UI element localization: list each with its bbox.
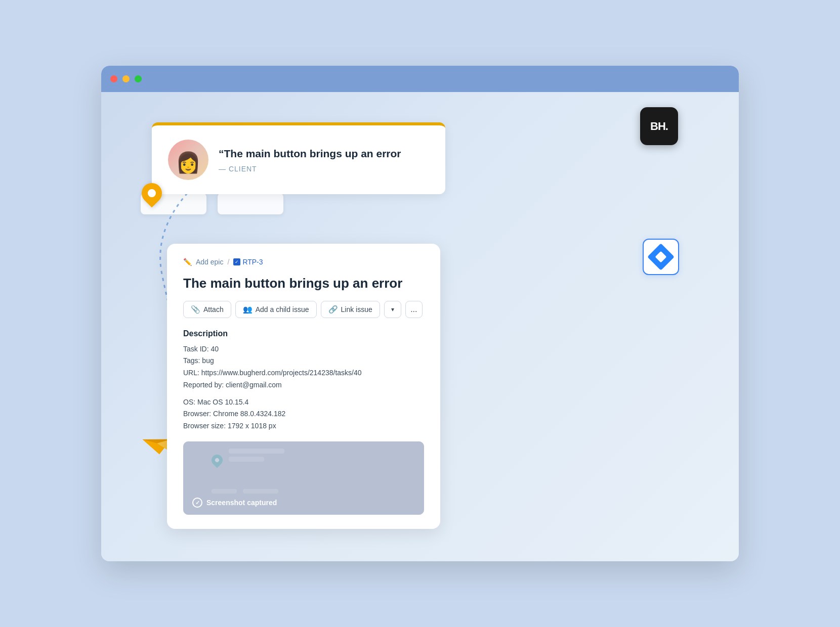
attach-button[interactable]: 📎 Attach	[183, 301, 231, 318]
browser-titlebar	[101, 66, 739, 92]
traffic-light-red[interactable]	[110, 75, 117, 82]
paperclip-icon: 📎	[191, 305, 200, 314]
url-value: URL: https://www.bugherd.com/projects/21…	[183, 369, 362, 377]
url-line: URL: https://www.bugherd.com/projects/21…	[183, 367, 424, 379]
link-issue-label: Link issue	[341, 305, 372, 314]
quote-text: “The main button brings up an error	[219, 147, 429, 160]
screenshot-overlay: ✓ Screenshot captured	[183, 441, 424, 515]
link-issue-button[interactable]: 🔗 Link issue	[321, 301, 380, 318]
location-pin-area	[142, 183, 162, 207]
checkbox-icon: ✓	[233, 258, 240, 265]
chevron-button[interactable]: ▾	[384, 301, 401, 318]
screenshot-preview: ✓ Screenshot captured	[183, 441, 424, 515]
description-heading: Description	[183, 329, 424, 338]
issue-id-label: RTP-3	[242, 258, 263, 266]
jira-diamond-icon	[647, 243, 675, 271]
task-id-line: Task ID: 40	[183, 343, 424, 355]
bugherd-logo: BH.	[640, 107, 678, 145]
quote-text-block: “The main button brings up an error — CL…	[219, 147, 429, 172]
browser-size-line: Browser size: 1792 x 1018 px	[183, 420, 424, 432]
issue-actions: 📎 Attach 👥 Add a child issue 🔗 Link issu…	[183, 301, 424, 318]
more-options-button[interactable]: ...	[405, 301, 423, 318]
add-epic-label[interactable]: Add epic	[196, 258, 223, 266]
quote-card: 👩 “The main button brings up an error — …	[152, 122, 445, 194]
check-circle-icon: ✓	[192, 498, 202, 508]
os-line: OS: Mac OS 10.15.4	[183, 396, 424, 409]
screenshot-caption-text: Screenshot captured	[206, 499, 277, 507]
traffic-light-green[interactable]	[135, 75, 142, 82]
jira-logo	[643, 239, 679, 275]
breadcrumb-issue-id[interactable]: ✓ RTP-3	[233, 258, 263, 266]
location-pin-icon	[138, 179, 166, 208]
issue-card: ✏️ Add epic / ✓ RTP-3 The main button br…	[167, 244, 440, 529]
reported-by-line: Reported by: client@gmail.com	[183, 379, 424, 391]
more-icon: ...	[410, 305, 417, 314]
breadcrumb-separator: /	[227, 258, 229, 266]
attach-label: Attach	[203, 305, 224, 314]
child-issue-icon: 👥	[243, 305, 253, 314]
tags-line: Tags: bug	[183, 355, 424, 367]
issue-title: The main button brings up an error	[183, 275, 424, 292]
browser-window: BH. 👩 “The main button brings up an erro…	[101, 66, 739, 561]
add-child-label: Add a child issue	[256, 305, 309, 314]
bugherd-logo-text: BH.	[650, 120, 668, 133]
add-child-issue-button[interactable]: 👥 Add a child issue	[235, 301, 317, 318]
screenshot-caption: ✓ Screenshot captured	[192, 498, 277, 508]
link-icon: 🔗	[328, 305, 338, 314]
pencil-icon: ✏️	[183, 258, 192, 266]
quote-attribution: — CLIENT	[219, 165, 429, 173]
avatar-figure: 👩	[176, 152, 201, 172]
browser-line: Browser: Chrome 88.0.4324.182	[183, 408, 424, 420]
chevron-down-icon: ▾	[391, 306, 394, 313]
browser-content: BH. 👩 “The main button brings up an erro…	[101, 92, 739, 561]
description-section: Description Task ID: 40 Tags: bug URL: h…	[183, 329, 424, 433]
breadcrumb: ✏️ Add epic / ✓ RTP-3	[183, 258, 424, 266]
traffic-light-yellow[interactable]	[122, 75, 130, 82]
avatar: 👩	[168, 140, 208, 180]
